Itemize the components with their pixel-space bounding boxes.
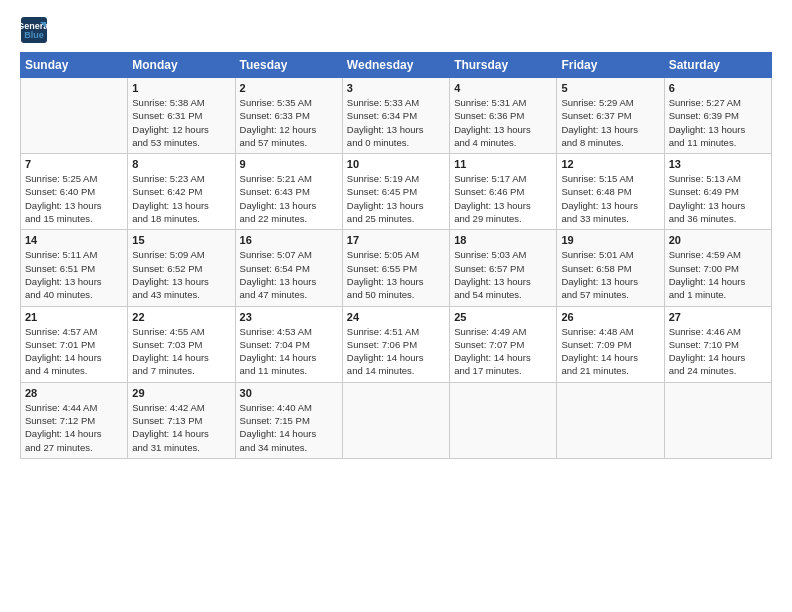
calendar-cell: 29Sunrise: 4:42 AMSunset: 7:13 PMDayligh…	[128, 382, 235, 458]
calendar-cell: 28Sunrise: 4:44 AMSunset: 7:12 PMDayligh…	[21, 382, 128, 458]
calendar-cell: 15Sunrise: 5:09 AMSunset: 6:52 PMDayligh…	[128, 230, 235, 306]
day-number: 21	[25, 311, 123, 323]
day-number: 10	[347, 158, 445, 170]
day-number: 22	[132, 311, 230, 323]
calendar-cell: 18Sunrise: 5:03 AMSunset: 6:57 PMDayligh…	[450, 230, 557, 306]
column-header-thursday: Thursday	[450, 53, 557, 78]
calendar-cell: 26Sunrise: 4:48 AMSunset: 7:09 PMDayligh…	[557, 306, 664, 382]
column-header-monday: Monday	[128, 53, 235, 78]
week-row-1: 1Sunrise: 5:38 AMSunset: 6:31 PMDaylight…	[21, 78, 772, 154]
calendar-table: SundayMondayTuesdayWednesdayThursdayFrid…	[20, 52, 772, 459]
column-header-row: SundayMondayTuesdayWednesdayThursdayFrid…	[21, 53, 772, 78]
day-number: 1	[132, 82, 230, 94]
calendar-cell: 27Sunrise: 4:46 AMSunset: 7:10 PMDayligh…	[664, 306, 771, 382]
day-info: Sunrise: 5:17 AMSunset: 6:46 PMDaylight:…	[454, 172, 552, 225]
logo-icon: General Blue	[20, 16, 48, 44]
calendar-cell: 3Sunrise: 5:33 AMSunset: 6:34 PMDaylight…	[342, 78, 449, 154]
column-header-sunday: Sunday	[21, 53, 128, 78]
calendar-cell: 16Sunrise: 5:07 AMSunset: 6:54 PMDayligh…	[235, 230, 342, 306]
calendar-cell: 25Sunrise: 4:49 AMSunset: 7:07 PMDayligh…	[450, 306, 557, 382]
calendar-cell	[557, 382, 664, 458]
calendar-cell: 20Sunrise: 4:59 AMSunset: 7:00 PMDayligh…	[664, 230, 771, 306]
calendar-cell	[21, 78, 128, 154]
calendar-cell: 5Sunrise: 5:29 AMSunset: 6:37 PMDaylight…	[557, 78, 664, 154]
day-number: 24	[347, 311, 445, 323]
day-info: Sunrise: 5:07 AMSunset: 6:54 PMDaylight:…	[240, 248, 338, 301]
day-number: 12	[561, 158, 659, 170]
day-number: 9	[240, 158, 338, 170]
day-number: 18	[454, 234, 552, 246]
day-number: 16	[240, 234, 338, 246]
day-info: Sunrise: 4:42 AMSunset: 7:13 PMDaylight:…	[132, 401, 230, 454]
day-info: Sunrise: 4:48 AMSunset: 7:09 PMDaylight:…	[561, 325, 659, 378]
calendar-body: 1Sunrise: 5:38 AMSunset: 6:31 PMDaylight…	[21, 78, 772, 459]
calendar-cell: 10Sunrise: 5:19 AMSunset: 6:45 PMDayligh…	[342, 154, 449, 230]
day-number: 3	[347, 82, 445, 94]
day-number: 30	[240, 387, 338, 399]
day-number: 5	[561, 82, 659, 94]
day-number: 26	[561, 311, 659, 323]
day-info: Sunrise: 4:49 AMSunset: 7:07 PMDaylight:…	[454, 325, 552, 378]
day-number: 15	[132, 234, 230, 246]
day-info: Sunrise: 5:03 AMSunset: 6:57 PMDaylight:…	[454, 248, 552, 301]
day-info: Sunrise: 5:38 AMSunset: 6:31 PMDaylight:…	[132, 96, 230, 149]
column-header-wednesday: Wednesday	[342, 53, 449, 78]
calendar-cell: 6Sunrise: 5:27 AMSunset: 6:39 PMDaylight…	[664, 78, 771, 154]
day-info: Sunrise: 5:05 AMSunset: 6:55 PMDaylight:…	[347, 248, 445, 301]
svg-text:Blue: Blue	[24, 30, 44, 40]
day-number: 2	[240, 82, 338, 94]
day-number: 29	[132, 387, 230, 399]
page: General Blue SundayMondayTuesdayWednesda…	[0, 0, 792, 612]
calendar-cell: 21Sunrise: 4:57 AMSunset: 7:01 PMDayligh…	[21, 306, 128, 382]
day-info: Sunrise: 4:55 AMSunset: 7:03 PMDaylight:…	[132, 325, 230, 378]
column-header-saturday: Saturday	[664, 53, 771, 78]
week-row-5: 28Sunrise: 4:44 AMSunset: 7:12 PMDayligh…	[21, 382, 772, 458]
day-info: Sunrise: 5:01 AMSunset: 6:58 PMDaylight:…	[561, 248, 659, 301]
day-number: 19	[561, 234, 659, 246]
day-info: Sunrise: 5:25 AMSunset: 6:40 PMDaylight:…	[25, 172, 123, 225]
calendar-cell	[342, 382, 449, 458]
day-number: 11	[454, 158, 552, 170]
day-info: Sunrise: 4:44 AMSunset: 7:12 PMDaylight:…	[25, 401, 123, 454]
day-number: 17	[347, 234, 445, 246]
calendar-cell: 7Sunrise: 5:25 AMSunset: 6:40 PMDaylight…	[21, 154, 128, 230]
day-number: 28	[25, 387, 123, 399]
calendar-cell: 2Sunrise: 5:35 AMSunset: 6:33 PMDaylight…	[235, 78, 342, 154]
day-info: Sunrise: 5:27 AMSunset: 6:39 PMDaylight:…	[669, 96, 767, 149]
day-number: 14	[25, 234, 123, 246]
day-number: 13	[669, 158, 767, 170]
calendar-cell: 13Sunrise: 5:13 AMSunset: 6:49 PMDayligh…	[664, 154, 771, 230]
day-info: Sunrise: 4:51 AMSunset: 7:06 PMDaylight:…	[347, 325, 445, 378]
day-number: 25	[454, 311, 552, 323]
day-number: 6	[669, 82, 767, 94]
week-row-3: 14Sunrise: 5:11 AMSunset: 6:51 PMDayligh…	[21, 230, 772, 306]
calendar-cell: 8Sunrise: 5:23 AMSunset: 6:42 PMDaylight…	[128, 154, 235, 230]
day-info: Sunrise: 4:53 AMSunset: 7:04 PMDaylight:…	[240, 325, 338, 378]
calendar-cell: 1Sunrise: 5:38 AMSunset: 6:31 PMDaylight…	[128, 78, 235, 154]
day-info: Sunrise: 5:11 AMSunset: 6:51 PMDaylight:…	[25, 248, 123, 301]
calendar-cell: 14Sunrise: 5:11 AMSunset: 6:51 PMDayligh…	[21, 230, 128, 306]
day-number: 8	[132, 158, 230, 170]
day-info: Sunrise: 5:35 AMSunset: 6:33 PMDaylight:…	[240, 96, 338, 149]
calendar-cell: 22Sunrise: 4:55 AMSunset: 7:03 PMDayligh…	[128, 306, 235, 382]
column-header-tuesday: Tuesday	[235, 53, 342, 78]
calendar-cell: 9Sunrise: 5:21 AMSunset: 6:43 PMDaylight…	[235, 154, 342, 230]
logo: General Blue	[20, 16, 50, 44]
day-info: Sunrise: 5:31 AMSunset: 6:36 PMDaylight:…	[454, 96, 552, 149]
day-number: 23	[240, 311, 338, 323]
day-info: Sunrise: 5:13 AMSunset: 6:49 PMDaylight:…	[669, 172, 767, 225]
day-info: Sunrise: 5:21 AMSunset: 6:43 PMDaylight:…	[240, 172, 338, 225]
day-info: Sunrise: 5:15 AMSunset: 6:48 PMDaylight:…	[561, 172, 659, 225]
calendar-cell: 23Sunrise: 4:53 AMSunset: 7:04 PMDayligh…	[235, 306, 342, 382]
calendar-cell: 17Sunrise: 5:05 AMSunset: 6:55 PMDayligh…	[342, 230, 449, 306]
day-info: Sunrise: 5:23 AMSunset: 6:42 PMDaylight:…	[132, 172, 230, 225]
calendar-cell: 24Sunrise: 4:51 AMSunset: 7:06 PMDayligh…	[342, 306, 449, 382]
day-number: 4	[454, 82, 552, 94]
day-number: 27	[669, 311, 767, 323]
calendar-cell	[664, 382, 771, 458]
day-info: Sunrise: 5:33 AMSunset: 6:34 PMDaylight:…	[347, 96, 445, 149]
calendar-cell: 4Sunrise: 5:31 AMSunset: 6:36 PMDaylight…	[450, 78, 557, 154]
day-number: 7	[25, 158, 123, 170]
column-header-friday: Friday	[557, 53, 664, 78]
day-info: Sunrise: 5:29 AMSunset: 6:37 PMDaylight:…	[561, 96, 659, 149]
